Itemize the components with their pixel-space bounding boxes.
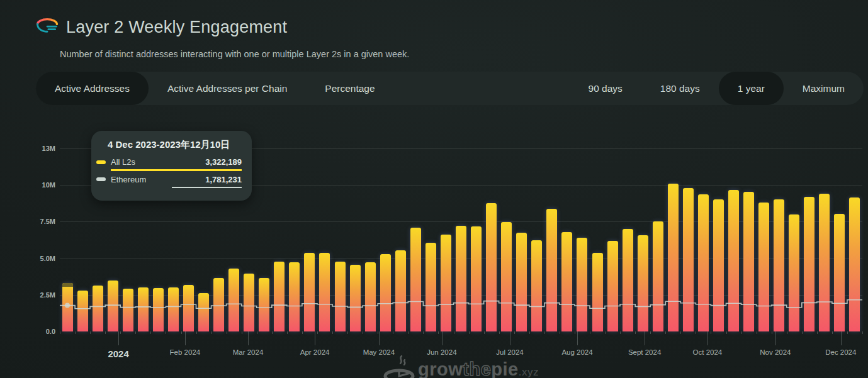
- x-tick-week: [120, 331, 121, 334]
- bar-week-32[interactable]: [531, 240, 542, 331]
- bar-week-3[interactable]: [93, 286, 103, 331]
- x-tick-month: [775, 331, 776, 345]
- timespan-maximum[interactable]: Maximum: [784, 72, 864, 105]
- x-axis-label-feb-2024: Feb 2024: [170, 348, 201, 356]
- x-tick-week: [347, 331, 348, 334]
- bar-week-50[interactable]: [804, 197, 814, 331]
- x-tick-week: [560, 331, 560, 334]
- bar-week-28[interactable]: [471, 226, 482, 331]
- bar-week-31[interactable]: [516, 233, 527, 331]
- bar-week-49[interactable]: [789, 214, 799, 331]
- bar-week-13[interactable]: [244, 274, 254, 331]
- bar-week-41[interactable]: [668, 184, 679, 331]
- bar-week-27[interactable]: [456, 226, 466, 331]
- bar-week-16[interactable]: [289, 262, 300, 331]
- x-tick-week: [408, 331, 409, 334]
- x-tick-week: [469, 331, 470, 334]
- bar-week-14[interactable]: [259, 278, 269, 331]
- x-axis-label-sept-2024: Sept 2024: [628, 348, 661, 356]
- x-tick-month: [315, 331, 315, 345]
- bar-week-34[interactable]: [561, 232, 572, 331]
- x-tick-week: [696, 331, 696, 334]
- tab-percentage[interactable]: Percentage: [306, 72, 393, 105]
- bar-week-40[interactable]: [653, 221, 663, 331]
- bar-week-36[interactable]: [592, 253, 603, 331]
- bar-week-35[interactable]: [577, 238, 587, 331]
- x-tick-week: [135, 331, 136, 334]
- bar-week-46[interactable]: [743, 192, 754, 331]
- bar-week-44[interactable]: [713, 199, 724, 331]
- x-tick-week: [757, 331, 757, 334]
- bar-week-45[interactable]: [728, 190, 739, 331]
- bar-week-37[interactable]: [607, 241, 618, 331]
- bar-week-10[interactable]: [198, 293, 209, 331]
- bar-week-42[interactable]: [683, 188, 694, 331]
- x-tick-week: [832, 331, 833, 334]
- tooltip-row-ethereum: Ethereum1,781,231: [96, 175, 242, 184]
- bar-week-4[interactable]: [108, 281, 118, 331]
- bar-week-1[interactable]: [62, 283, 73, 331]
- x-tick-week: [847, 331, 848, 334]
- bar-week-22[interactable]: [380, 254, 391, 331]
- bar-week-29[interactable]: [486, 203, 497, 331]
- x-tick-week: [105, 331, 106, 334]
- x-tick-month: [248, 331, 249, 345]
- timespan-1-year[interactable]: 1 year: [719, 72, 784, 105]
- x-tick-week: [302, 331, 303, 334]
- bar-week-12[interactable]: [228, 269, 239, 331]
- weekly-engagement-chart: growthepie.xyz 4 Dec 2023-2023年12月10日 Al…: [0, 126, 868, 378]
- bar-week-25[interactable]: [426, 243, 436, 331]
- timespan-selector: 90 days180 days1 yearMaximum: [570, 72, 864, 105]
- x-axis-label-oct-2024: Oct 2024: [693, 348, 723, 356]
- bar-week-17[interactable]: [304, 253, 315, 331]
- bar-week-8[interactable]: [168, 287, 179, 331]
- bar-week-48[interactable]: [774, 199, 784, 331]
- bar-week-52[interactable]: [834, 214, 845, 331]
- x-axis-label-jul-2024: Jul 2024: [496, 348, 523, 356]
- x-tick-month: [442, 331, 442, 345]
- bar-week-47[interactable]: [758, 203, 769, 331]
- x-tick-week: [332, 331, 333, 334]
- bar-week-20[interactable]: [350, 265, 361, 331]
- bar-week-26[interactable]: [441, 235, 451, 331]
- x-tick-week: [60, 331, 60, 334]
- x-axis-label-apr-2024: Apr 2024: [300, 348, 330, 356]
- bar-week-38[interactable]: [623, 229, 633, 331]
- timespan-180-days[interactable]: 180 days: [641, 72, 719, 105]
- bar-week-15[interactable]: [274, 262, 285, 331]
- x-tick-month: [118, 331, 119, 345]
- bar-week-23[interactable]: [395, 250, 406, 331]
- bar-week-6[interactable]: [138, 287, 149, 331]
- bar-week-18[interactable]: [319, 253, 330, 331]
- hovered-bar-highlight: [62, 283, 73, 287]
- bar-week-7[interactable]: [153, 288, 164, 331]
- bar-week-2[interactable]: [77, 291, 88, 331]
- bar-week-21[interactable]: [365, 262, 376, 331]
- tab-active-addresses-per-chain[interactable]: Active Addresses per Chain: [149, 72, 306, 105]
- bar-week-5[interactable]: [123, 289, 133, 331]
- bar-week-39[interactable]: [638, 235, 648, 331]
- tab-active-addresses[interactable]: Active Addresses: [36, 72, 149, 105]
- bar-week-24[interactable]: [410, 228, 421, 331]
- bar-week-11[interactable]: [213, 278, 224, 331]
- bar-week-33[interactable]: [546, 209, 557, 331]
- x-tick-week: [575, 331, 575, 334]
- y-gridline: [60, 221, 862, 222]
- x-tick-week: [802, 331, 803, 334]
- x-tick-week: [741, 331, 742, 334]
- x-tick-week: [544, 331, 545, 334]
- tooltip-row-all-l2s: All L2s3,322,189: [96, 157, 242, 167]
- chart-tooltip: 4 Dec 2023-2023年12月10日 All L2s3,322,189E…: [91, 131, 252, 201]
- bar-week-53[interactable]: [849, 197, 860, 331]
- x-axis-label-2024: 2024: [108, 348, 128, 359]
- x-tick-week: [181, 331, 182, 334]
- x-tick-month: [707, 331, 708, 345]
- bar-week-30[interactable]: [501, 222, 512, 331]
- bar-week-43[interactable]: [698, 194, 709, 331]
- x-axis-label-may-2024: May 2024: [363, 348, 395, 356]
- bar-week-9[interactable]: [183, 285, 194, 331]
- timespan-90-days[interactable]: 90 days: [570, 72, 641, 105]
- x-tick-week: [211, 331, 212, 334]
- bar-week-19[interactable]: [335, 262, 346, 331]
- bar-week-51[interactable]: [819, 194, 830, 331]
